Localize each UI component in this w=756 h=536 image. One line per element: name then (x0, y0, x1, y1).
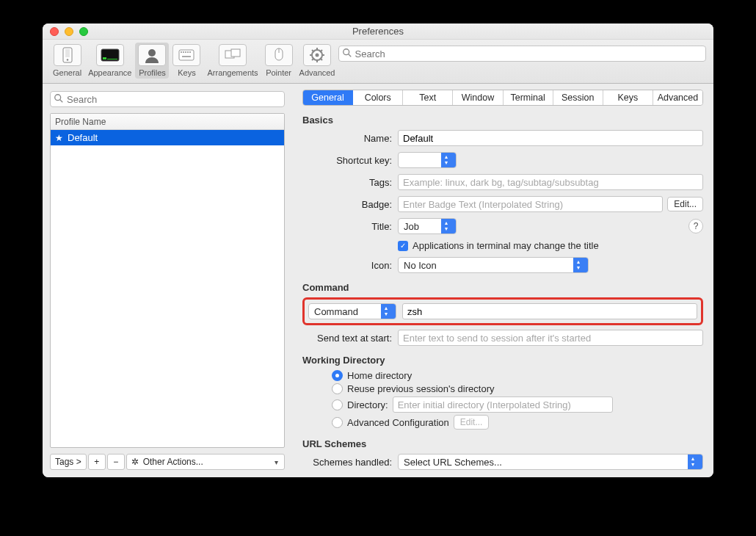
workdir-heading: Working Directory (302, 355, 703, 366)
toolbar-label: Pointer (266, 68, 291, 77)
tab-colors[interactable]: Colors (353, 90, 403, 105)
window-title: Preferences (43, 26, 713, 37)
radio-reuse-label: Reuse previous session's directory (347, 383, 494, 394)
toolbar-item-keys[interactable]: Keys (170, 43, 203, 79)
toolbar-item-profiles[interactable]: Profiles (135, 43, 169, 79)
general-icon (54, 44, 81, 66)
svg-rect-11 (187, 51, 189, 53)
toolbar-label: Appearance (88, 68, 131, 77)
gear-icon (303, 44, 331, 66)
toolbar-item-general[interactable]: General (50, 43, 84, 79)
zoom-window-button[interactable] (79, 27, 88, 36)
title-select[interactable]: Job (398, 218, 457, 234)
tags-field[interactable] (398, 174, 703, 190)
radio-advanced[interactable] (332, 417, 343, 428)
send-text-field[interactable] (398, 330, 703, 346)
profiles-icon (138, 44, 166, 66)
radio-home[interactable] (332, 370, 343, 381)
appearance-icon (96, 44, 124, 66)
radio-directory-label: Directory: (347, 399, 388, 410)
toolbar-items: General Appearance Profiles Keys (50, 43, 338, 79)
radio-reuse[interactable] (332, 383, 343, 394)
tab-text[interactable]: Text (403, 90, 453, 105)
svg-line-31 (60, 100, 63, 103)
profile-search[interactable] (50, 91, 285, 107)
tags-dropdown[interactable]: Tags > (50, 454, 87, 470)
gear-icon: ✲ (131, 457, 139, 467)
profile-column-header[interactable]: Profile Name (51, 114, 284, 130)
titlebar: Preferences (43, 23, 713, 40)
help-button[interactable]: ? (688, 219, 703, 233)
command-heading: Command (302, 282, 703, 293)
workdir-home-row[interactable]: Home directory (332, 370, 703, 381)
toolbar-label: Profiles (139, 68, 166, 77)
toolbar-search[interactable] (338, 46, 707, 62)
badge-edit-button[interactable]: Edit... (667, 197, 703, 211)
command-highlight: Command (302, 297, 703, 325)
icon-select[interactable]: No Icon (398, 257, 589, 273)
preferences-window: Preferences General Appearance Profiles (43, 23, 713, 477)
tab-general[interactable]: General (303, 90, 353, 105)
profile-search-input[interactable] (50, 91, 285, 107)
tab-keys[interactable]: Keys (603, 90, 653, 105)
send-text-label: Send text at start: (302, 333, 392, 344)
toolbar-item-arrangements[interactable]: Arrangements (204, 43, 261, 79)
arrangements-icon (219, 44, 247, 66)
directory-field[interactable] (393, 396, 613, 413)
tab-advanced[interactable]: Advanced (653, 90, 702, 105)
other-actions-dropdown[interactable]: ✲ Other Actions... (126, 454, 285, 470)
svg-point-2 (66, 59, 68, 61)
add-profile-button[interactable]: + (88, 454, 106, 470)
tab-session[interactable]: Session (553, 90, 603, 105)
badge-field[interactable] (398, 196, 663, 212)
profile-row[interactable]: ★ Default (51, 130, 284, 145)
workdir-edit-button: Edit... (454, 415, 490, 430)
radio-directory[interactable] (332, 399, 343, 410)
svg-rect-5 (107, 59, 117, 59)
svg-rect-15 (231, 49, 240, 57)
profile-name: Default (68, 132, 98, 143)
close-window-button[interactable] (50, 27, 59, 36)
name-label: Name: (302, 133, 392, 144)
radio-home-label: Home directory (347, 370, 412, 381)
workdir-dir-row[interactable]: Directory: (332, 396, 703, 413)
minimize-window-button[interactable] (65, 27, 73, 36)
traffic-lights (50, 27, 88, 36)
name-field[interactable] (398, 130, 703, 146)
apps-change-title-label: Applications in terminal may change the … (412, 240, 599, 251)
search-icon (54, 93, 64, 104)
apps-change-title-checkbox[interactable]: ✓ (398, 241, 408, 251)
other-actions-label: Other Actions... (143, 457, 203, 467)
tab-window[interactable]: Window (453, 90, 503, 105)
shortcut-select[interactable] (398, 152, 457, 168)
svg-rect-12 (189, 51, 191, 53)
svg-point-19 (316, 54, 319, 57)
star-icon: ★ (55, 133, 63, 143)
schemes-label: Schemes handled: (302, 457, 392, 468)
command-field[interactable] (402, 303, 697, 319)
toolbar-item-pointer[interactable]: Pointer (262, 43, 296, 79)
remove-profile-button[interactable]: − (107, 454, 125, 470)
toolbar-label: Keys (178, 68, 195, 77)
toolbar-label: General (53, 68, 81, 77)
keys-icon (172, 44, 200, 66)
svg-rect-8 (181, 51, 182, 53)
workdir-advanced-row[interactable]: Advanced Configuration Edit... (332, 415, 703, 430)
toolbar-item-appearance[interactable]: Appearance (85, 43, 134, 79)
settings-pane: General Colors Text Window Terminal Sess… (292, 84, 713, 477)
tab-terminal[interactable]: Terminal (504, 90, 553, 105)
toolbar: General Appearance Profiles Keys (43, 40, 713, 84)
command-mode-select[interactable]: Command (308, 303, 396, 319)
badge-label: Badge: (302, 199, 392, 210)
workdir-reuse-row[interactable]: Reuse previous session's directory (332, 383, 703, 394)
toolbar-item-advanced[interactable]: Advanced (297, 43, 338, 79)
svg-rect-9 (183, 51, 184, 53)
shortcut-label: Shortcut key: (302, 155, 392, 166)
icon-label: Icon: (302, 260, 392, 271)
sidebar: Profile Name ★ Default Tags > + − ✲ Othe… (43, 84, 292, 477)
svg-rect-13 (182, 56, 191, 57)
toolbar-search-input[interactable] (338, 46, 707, 62)
schemes-select[interactable]: Select URL Schemes... (398, 454, 703, 470)
toolbar-label: Advanced (299, 68, 335, 77)
svg-rect-4 (103, 57, 106, 59)
